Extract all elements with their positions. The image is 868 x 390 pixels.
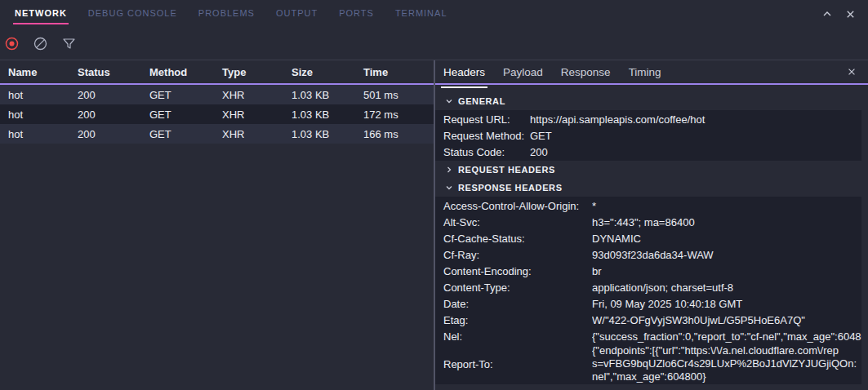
record-icon[interactable] — [5, 37, 19, 51]
table-row[interactable]: hot 200 GET XHR 1.03 KB 172 ms — [0, 104, 434, 124]
cell-size: 1.03 KB — [283, 109, 355, 121]
column-header-name[interactable]: Name — [0, 66, 69, 78]
response-headers-section-body: Access-Control-Allow-Origin: * Alt-Svc: … — [435, 197, 861, 384]
chevron-up-icon[interactable] — [821, 7, 834, 20]
header-key: Report-To: — [443, 358, 592, 370]
details-tab-bar: Headers Payload Response Timing — [435, 60, 868, 85]
header-value: br — [592, 265, 861, 277]
column-header-time[interactable]: Time — [355, 66, 434, 78]
close-details-icon[interactable] — [845, 65, 858, 78]
tab-network[interactable]: NETWORK — [15, 5, 67, 23]
response-header-row: Access-Control-Allow-Origin: * — [435, 197, 861, 214]
general-row: Request URL: https://api.sampleapis.com/… — [435, 111, 861, 127]
column-header-size[interactable]: Size — [283, 66, 355, 78]
network-toolbar — [0, 28, 868, 60]
response-header-row: Content-Encoding: br — [435, 263, 861, 279]
cell-type: XHR — [214, 128, 283, 140]
table-row[interactable]: hot 200 GET XHR 1.03 KB 501 ms — [0, 85, 434, 104]
section-general-header[interactable]: GENERAL — [435, 92, 868, 110]
header-value: W/"422-OFgVyjSW3h0UjwL/G5P5HoE6A7Q" — [592, 314, 861, 326]
cell-status: 200 — [69, 109, 141, 121]
response-header-row: Report-To: {"endpoints":[{"url":"https:\… — [435, 344, 861, 383]
header-value: h3=":443"; ma=86400 — [592, 216, 861, 228]
response-header-row: Alt-Svc: h3=":443"; ma=86400 — [435, 214, 861, 230]
table-header-row: Name Status Method Type Size Time — [0, 60, 434, 85]
cell-time: 166 ms — [355, 128, 434, 140]
cell-name: hot — [0, 128, 69, 140]
header-key: Cf-Cache-Status: — [443, 233, 592, 245]
tab-headers[interactable]: Headers — [443, 62, 485, 82]
header-key: Status Code: — [443, 146, 530, 158]
requests-table: Name Status Method Type Size Time hot 20… — [0, 60, 434, 390]
column-header-status[interactable]: Status — [69, 66, 141, 78]
header-value: * — [592, 200, 861, 212]
header-value: {"endpoints":[{"url":"https:\/\/a.nel.cl… — [592, 344, 861, 383]
tab-timing[interactable]: Timing — [629, 62, 661, 82]
header-key: Nel: — [443, 330, 592, 343]
cell-type: XHR — [214, 89, 283, 101]
response-header-row: Cf-Cache-Status: DYNAMIC — [435, 230, 861, 246]
section-title: REQUEST HEADERS — [458, 165, 555, 175]
tab-debug-console[interactable]: DEBUG CONSOLE — [88, 5, 177, 23]
chevron-down-icon — [445, 184, 453, 192]
section-title: RESPONSE HEADERS — [458, 183, 563, 193]
general-row: Status Code: 200 — [435, 144, 861, 160]
response-header-row: Date: Fri, 09 May 2025 10:40:18 GMT — [435, 295, 861, 312]
header-key: Date: — [443, 298, 592, 310]
cell-size: 1.03 KB — [283, 89, 355, 101]
chevron-down-icon — [445, 97, 453, 105]
general-section-body: Request URL: https://api.sampleapis.com/… — [435, 110, 861, 161]
tab-problems[interactable]: PROBLEMS — [198, 5, 255, 23]
header-key: Etag: — [443, 314, 592, 326]
header-key: Content-Encoding: — [443, 265, 592, 277]
cell-status: 200 — [69, 89, 141, 101]
request-details-pane: Headers Payload Response Timing GENERAL — [434, 60, 868, 390]
header-key: Cf-Ray: — [443, 249, 592, 261]
response-header-row: Nel: {"success_fraction":0,"report_to":"… — [435, 328, 861, 344]
response-header-row: Cf-Ray: 93d093f23da6da34-WAW — [435, 246, 861, 263]
header-value: 200 — [530, 146, 861, 158]
header-value: {"success_fraction":0,"report_to":"cf-ne… — [592, 330, 861, 343]
cell-name: hot — [0, 89, 69, 101]
cell-name: hot — [0, 109, 69, 121]
cell-status: 200 — [69, 128, 141, 140]
filter-icon[interactable] — [62, 37, 76, 51]
header-value: https://api.sampleapis.com/coffee/hot — [530, 113, 861, 126]
cell-method: GET — [141, 109, 214, 121]
header-key: Request URL: — [443, 113, 530, 126]
cell-time: 501 ms — [355, 89, 434, 101]
close-icon[interactable] — [844, 7, 857, 20]
column-header-method[interactable]: Method — [141, 66, 214, 78]
header-key: Access-Control-Allow-Origin: — [443, 200, 592, 212]
network-devtools-panel: NETWORK DEBUG CONSOLE PROBLEMS OUTPUT PO… — [0, 0, 868, 390]
network-content: Name Status Method Type Size Time hot 20… — [0, 60, 868, 390]
header-value: application/json; charset=utf-8 — [592, 281, 861, 294]
cell-method: GET — [141, 89, 214, 101]
column-header-type[interactable]: Type — [214, 66, 283, 78]
response-header-row: Content-Type: application/json; charset=… — [435, 279, 861, 295]
cell-type: XHR — [214, 109, 283, 121]
details-body: GENERAL Request URL: https://api.samplea… — [435, 85, 868, 390]
panel-window-controls — [821, 7, 868, 20]
tab-ports[interactable]: PORTS — [339, 5, 374, 23]
cell-method: GET — [141, 128, 214, 140]
section-request-headers-header[interactable]: REQUEST HEADERS — [435, 161, 868, 179]
header-value: GET — [530, 130, 861, 142]
section-response-headers-header[interactable]: RESPONSE HEADERS — [435, 179, 868, 197]
section-title: GENERAL — [458, 96, 505, 106]
tab-output[interactable]: OUTPUT — [276, 5, 318, 23]
header-key: Alt-Svc: — [443, 216, 592, 228]
tab-terminal[interactable]: TERMINAL — [395, 5, 447, 23]
cell-size: 1.03 KB — [283, 128, 355, 140]
header-key: Request Method: — [443, 130, 530, 142]
panel-tab-bar: NETWORK DEBUG CONSOLE PROBLEMS OUTPUT PO… — [0, 0, 868, 28]
header-value: Fri, 09 May 2025 10:40:18 GMT — [592, 298, 861, 310]
table-row[interactable]: hot 200 GET XHR 1.03 KB 166 ms — [0, 124, 434, 144]
tab-response[interactable]: Response — [561, 62, 611, 82]
header-value: DYNAMIC — [592, 233, 861, 245]
clear-icon[interactable] — [33, 37, 47, 51]
tab-payload[interactable]: Payload — [503, 62, 543, 82]
response-header-row: Etag: W/"422-OFgVyjSW3h0UjwL/G5P5HoE6A7Q… — [435, 312, 861, 328]
header-key: Content-Type: — [443, 281, 592, 294]
general-row: Request Method: GET — [435, 127, 861, 144]
